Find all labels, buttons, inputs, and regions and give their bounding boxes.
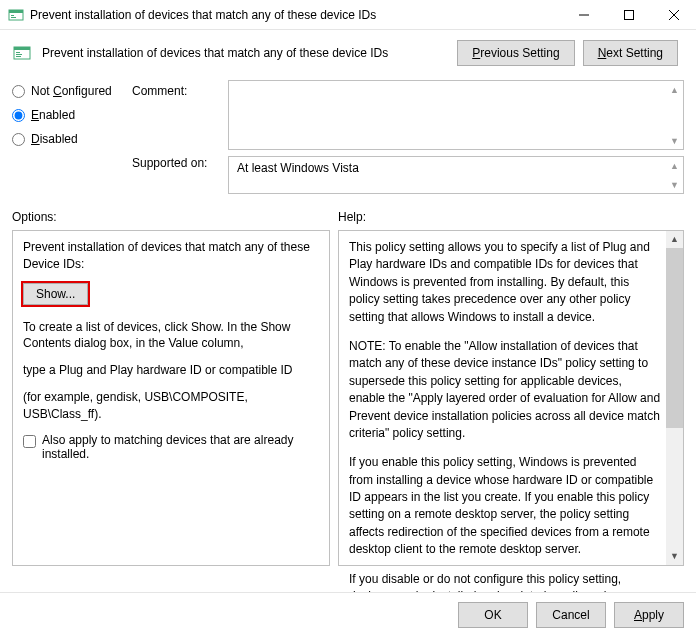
maximize-button[interactable] (606, 0, 651, 30)
next-setting-button[interactable]: Next Setting (583, 40, 678, 66)
ok-button[interactable]: OK (458, 602, 528, 628)
scroll-up-icon[interactable]: ▲ (666, 81, 683, 98)
supported-value: At least Windows Vista (237, 161, 359, 175)
minimize-button[interactable] (561, 0, 606, 30)
help-panel: This policy setting allows you to specif… (338, 230, 684, 566)
radio-disabled-input[interactable] (12, 133, 25, 146)
radio-disabled[interactable]: Disabled (12, 132, 124, 146)
window-title: Prevent installation of devices that mat… (30, 8, 561, 22)
svg-rect-4 (624, 10, 633, 19)
comment-label: Comment: (132, 84, 220, 98)
radio-enabled-input[interactable] (12, 109, 25, 122)
svg-rect-3 (11, 17, 16, 18)
radio-not-configured[interactable]: Not Configured (12, 84, 124, 98)
also-apply-row: Also apply to matching devices that are … (23, 433, 319, 461)
field-values: ▲ ▼ At least Windows Vista ▲ ▼ (228, 80, 684, 194)
supported-scrollbar[interactable]: ▲ ▼ (666, 157, 683, 193)
help-text-1: This policy setting allows you to specif… (349, 239, 661, 326)
policy-heading: Prevent installation of devices that mat… (42, 46, 447, 60)
cancel-button[interactable]: Cancel (536, 602, 606, 628)
help-text-3: If you enable this policy setting, Windo… (349, 454, 661, 558)
app-icon (8, 7, 24, 23)
scroll-thumb[interactable] (666, 248, 683, 428)
scroll-up-icon[interactable]: ▲ (666, 231, 683, 248)
scroll-down-icon[interactable]: ▼ (666, 132, 683, 149)
previous-setting-button[interactable]: Previous Setting (457, 40, 574, 66)
show-button[interactable]: Show... (23, 283, 88, 305)
radio-not-configured-input[interactable] (12, 85, 25, 98)
svg-rect-7 (16, 52, 20, 53)
footer: OK Cancel Apply (0, 592, 696, 636)
options-label: Options: (12, 210, 338, 224)
options-text-2: To create a list of devices, click Show.… (23, 319, 319, 353)
help-scrollbar[interactable]: ▲ ▼ (666, 231, 683, 565)
scroll-down-icon[interactable]: ▼ (666, 548, 683, 565)
svg-rect-8 (16, 54, 22, 55)
options-text-3: type a Plug and Play hardware ID or comp… (23, 362, 319, 379)
policy-icon (12, 43, 32, 63)
apply-button[interactable]: Apply (614, 602, 684, 628)
scroll-down-icon[interactable]: ▼ (666, 176, 683, 193)
svg-rect-6 (14, 47, 30, 50)
scroll-up-icon[interactable]: ▲ (666, 157, 683, 174)
section-labels: Options: Help: (0, 204, 696, 230)
header: Prevent installation of devices that mat… (0, 30, 696, 74)
help-label: Help: (338, 210, 366, 224)
comment-scrollbar[interactable]: ▲ ▼ (666, 81, 683, 149)
supported-label: Supported on: (132, 156, 220, 170)
comment-field[interactable]: ▲ ▼ (228, 80, 684, 150)
svg-rect-2 (11, 15, 14, 16)
svg-rect-9 (16, 56, 21, 57)
svg-rect-1 (9, 10, 23, 13)
config-section: Not Configured Enabled Disabled Comment:… (0, 74, 696, 198)
options-text-1: Prevent installation of devices that mat… (23, 239, 319, 273)
also-apply-label: Also apply to matching devices that are … (42, 433, 319, 461)
also-apply-checkbox[interactable] (23, 435, 36, 448)
options-panel: Prevent installation of devices that mat… (12, 230, 330, 566)
titlebar: Prevent installation of devices that mat… (0, 0, 696, 30)
supported-field: At least Windows Vista ▲ ▼ (228, 156, 684, 194)
close-button[interactable] (651, 0, 696, 30)
panels: Prevent installation of devices that mat… (0, 230, 696, 566)
radio-enabled[interactable]: Enabled (12, 108, 124, 122)
field-labels: Comment: Supported on: (132, 80, 220, 194)
help-text-2: NOTE: To enable the "Allow installation … (349, 338, 661, 442)
state-radios: Not Configured Enabled Disabled (12, 80, 124, 194)
options-text-4: (for example, gendisk, USB\COMPOSITE, US… (23, 389, 319, 423)
